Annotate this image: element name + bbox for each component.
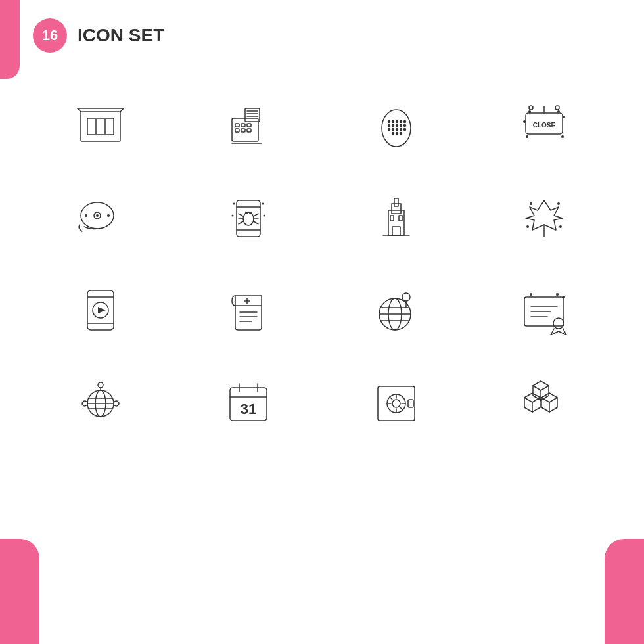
svg-point-68 <box>231 215 233 217</box>
svg-line-58 <box>239 214 243 216</box>
svg-line-132 <box>524 398 532 402</box>
svg-point-106 <box>563 296 565 298</box>
icon-count-badge: 16 <box>33 18 67 53</box>
svg-marker-86 <box>98 307 106 313</box>
svg-point-53 <box>107 214 110 217</box>
svg-point-31 <box>392 129 394 131</box>
svg-point-66 <box>233 203 235 205</box>
svg-line-59 <box>254 214 258 216</box>
svg-line-130 <box>400 407 403 410</box>
icon-egg <box>329 85 463 164</box>
svg-point-43 <box>528 110 531 113</box>
svg-point-46 <box>563 116 565 118</box>
close-sign-icon: CLOSE <box>518 99 570 151</box>
svg-point-48 <box>526 135 528 138</box>
svg-point-33 <box>400 129 402 131</box>
corner-decoration-bottom-right <box>605 539 644 644</box>
svg-point-104 <box>530 293 532 296</box>
svg-rect-17 <box>247 129 251 132</box>
svg-line-129 <box>390 397 392 400</box>
svg-rect-73 <box>392 227 400 235</box>
svg-point-42 <box>555 106 559 110</box>
icon-safe <box>329 361 463 440</box>
svg-point-64 <box>245 212 248 214</box>
svg-point-34 <box>403 129 405 131</box>
medical-scroll-icon <box>222 283 275 335</box>
svg-point-80 <box>526 225 529 228</box>
svg-line-136 <box>549 398 557 402</box>
icon-blueprint <box>33 85 168 164</box>
svg-rect-76 <box>399 216 402 221</box>
svg-point-27 <box>396 125 398 127</box>
svg-rect-72 <box>394 198 398 206</box>
svg-point-21 <box>392 121 394 123</box>
svg-point-45 <box>523 120 526 123</box>
blueprint-icon <box>74 99 127 151</box>
svg-rect-16 <box>241 129 245 132</box>
svg-point-52 <box>85 214 87 217</box>
svg-point-30 <box>388 129 390 131</box>
svg-text:CLOSE: CLOSE <box>532 122 555 129</box>
icon-leaf <box>476 177 611 256</box>
blocks-icon <box>518 375 570 427</box>
svg-line-63 <box>254 221 258 224</box>
icon-certificate <box>476 269 611 348</box>
svg-point-105 <box>556 293 559 296</box>
svg-point-32 <box>396 129 398 131</box>
svg-rect-75 <box>390 216 394 221</box>
svg-point-67 <box>262 203 264 205</box>
icon-medical-scroll <box>181 269 315 348</box>
svg-rect-4 <box>87 118 95 135</box>
leaf-icon <box>518 191 570 243</box>
svg-point-97 <box>402 293 410 301</box>
calendar-icon: 31 <box>222 375 275 427</box>
icon-tower <box>329 177 463 256</box>
svg-point-26 <box>392 125 394 127</box>
page-title: ICON SET <box>78 25 164 46</box>
svg-rect-12 <box>235 124 239 127</box>
svg-point-112 <box>98 382 103 388</box>
vinyl-icon <box>74 191 127 243</box>
corner-decoration-bottom-left <box>0 539 39 644</box>
svg-line-135 <box>541 398 549 402</box>
svg-point-81 <box>559 225 562 228</box>
svg-point-44 <box>557 110 560 113</box>
svg-rect-15 <box>235 129 239 132</box>
svg-point-20 <box>388 121 390 123</box>
tower-icon <box>370 191 423 243</box>
svg-point-28 <box>400 125 402 127</box>
svg-point-78 <box>530 202 532 205</box>
icon-mobile-bug <box>181 177 315 256</box>
globe-network-icon <box>74 375 127 427</box>
svg-text:31: 31 <box>240 401 256 417</box>
icon-globe-network <box>33 361 168 440</box>
svg-rect-131 <box>408 400 413 407</box>
svg-point-79 <box>557 202 560 205</box>
icon-globe-pin <box>329 269 463 348</box>
safe-icon <box>370 375 423 427</box>
svg-rect-14 <box>247 124 251 127</box>
certificate-icon <box>518 283 570 335</box>
svg-line-139 <box>541 386 549 390</box>
svg-rect-13 <box>241 124 245 127</box>
icon-close-sign: CLOSE <box>476 85 611 164</box>
icon-calendar: 31 <box>181 361 315 440</box>
page-header: 16 ICON SET <box>33 18 164 53</box>
icon-mobile-play <box>33 269 168 348</box>
svg-rect-6 <box>106 118 114 135</box>
svg-point-22 <box>396 121 398 123</box>
corner-decoration-top-left <box>0 0 20 79</box>
svg-point-65 <box>249 212 252 214</box>
svg-point-69 <box>263 215 265 217</box>
svg-point-23 <box>400 121 402 123</box>
icon-blocks <box>476 361 611 440</box>
svg-point-114 <box>114 401 119 406</box>
mobile-play-icon <box>74 283 127 335</box>
svg-point-124 <box>392 400 400 407</box>
svg-point-37 <box>400 133 402 135</box>
svg-point-25 <box>388 125 390 127</box>
svg-point-103 <box>553 318 564 329</box>
icon-grid: CLOSE <box>33 72 611 453</box>
svg-rect-0 <box>81 112 120 141</box>
svg-line-62 <box>239 221 243 224</box>
